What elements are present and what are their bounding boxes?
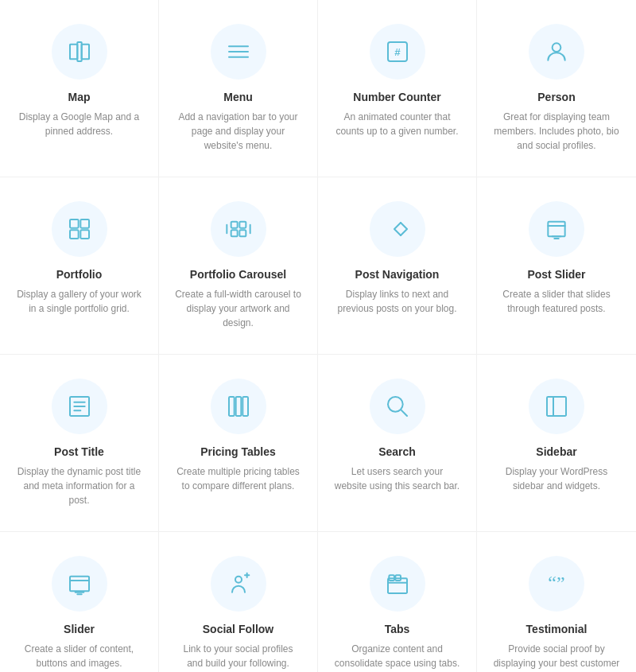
item-title: Number Counter	[353, 91, 440, 103]
post-title-icon	[52, 379, 107, 434]
social-follow-icon	[211, 556, 266, 612]
item-title: Pricing Tables	[200, 445, 276, 458]
svg-rect-15	[231, 230, 237, 236]
slider-icon	[52, 556, 107, 612]
item-title: Slider	[64, 623, 95, 635]
item-title: Testimonial	[526, 623, 588, 635]
svg-rect-14	[239, 222, 246, 228]
item-desc: An animated counter that counts up to a …	[334, 110, 460, 138]
widget-item-testimonial[interactable]: “” Testimonial Provide social proof by d…	[477, 532, 636, 672]
pricing-tables-icon	[211, 379, 266, 434]
item-desc: Organize content and consolidate space u…	[334, 642, 460, 670]
menu-icon	[211, 24, 266, 80]
item-title: Social Follow	[203, 623, 273, 635]
item-desc: Display a gallery of your work in a sing…	[16, 287, 142, 316]
svg-rect-16	[239, 230, 246, 236]
widget-item-portfolio[interactable]: Portfolio Display a gallery of your work…	[0, 177, 159, 355]
svg-rect-29	[242, 397, 248, 416]
item-desc: Display links to next and previous posts…	[334, 287, 460, 316]
item-desc: Let users search your website using this…	[334, 464, 460, 493]
widget-grid: Map Display a Google Map and a pinned ad…	[0, 0, 636, 672]
widget-item-number-counter[interactable]: # Number Counter An animated counter tha…	[318, 0, 477, 177]
svg-rect-0	[70, 45, 77, 60]
post-slider-icon	[529, 201, 584, 257]
testimonial-icon: “”	[529, 556, 584, 612]
item-desc: Display the dynamic post title and meta …	[16, 464, 142, 507]
item-title: Search	[378, 445, 416, 458]
svg-rect-11	[70, 230, 79, 239]
item-desc: Great for displaying team members. Inclu…	[493, 110, 620, 153]
item-desc: Create multiple pricing tables to compar…	[175, 464, 301, 493]
item-title: Post Title	[54, 445, 104, 458]
item-desc: Display your WordPress sidebar and widge…	[493, 464, 620, 493]
item-title: Portfolio Carousel	[190, 268, 286, 281]
svg-rect-19	[548, 222, 564, 237]
widget-item-slider[interactable]: Slider Create a slider of content, butto…	[0, 532, 159, 672]
svg-point-8	[553, 43, 561, 52]
svg-point-30	[388, 397, 403, 412]
svg-rect-12	[80, 230, 89, 239]
widget-item-menu[interactable]: Menu Add a navigation bar to your page a…	[159, 0, 318, 177]
item-desc: Create a slider of content, buttons and …	[16, 642, 142, 670]
svg-rect-2	[81, 45, 88, 60]
item-desc: Create a full-width carousel to display …	[175, 287, 301, 330]
widget-item-tabs[interactable]: Tabs Organize content and consolidate sp…	[318, 532, 477, 672]
svg-rect-32	[547, 397, 566, 416]
widget-item-post-title[interactable]: Post Title Display the dynamic post titl…	[0, 355, 159, 532]
portfolio-icon	[52, 201, 107, 257]
widget-item-social-follow[interactable]: Social Follow Link to your social profil…	[159, 532, 318, 672]
item-desc: Create a slider that slides through feat…	[493, 287, 620, 316]
widget-item-portfolio-carousel[interactable]: Portfolio Carousel Create a full-width c…	[159, 177, 318, 355]
item-title: Menu	[223, 91, 253, 103]
item-title: Post Slider	[527, 268, 585, 281]
map-icon	[52, 24, 107, 80]
widget-item-map[interactable]: Map Display a Google Map and a pinned ad…	[0, 0, 159, 177]
item-title: Person	[537, 91, 575, 103]
widget-item-person[interactable]: Person Great for displaying team members…	[477, 0, 636, 177]
sidebar-icon	[529, 379, 584, 434]
number-counter-icon: #	[370, 24, 425, 80]
widget-item-post-navigation[interactable]: Post Navigation Display links to next an…	[318, 177, 477, 355]
svg-line-31	[401, 410, 406, 416]
svg-rect-13	[231, 222, 237, 228]
item-title: Sidebar	[536, 445, 576, 458]
portfolio-carousel-icon	[211, 201, 266, 257]
item-title: Portfolio	[56, 268, 103, 281]
widget-item-pricing-tables[interactable]: Pricing Tables Create multiple pricing t…	[159, 355, 318, 532]
svg-text:“”: “”	[548, 573, 564, 593]
widget-item-post-slider[interactable]: Post Slider Create a slider that slides …	[477, 177, 636, 355]
svg-rect-9	[70, 219, 79, 228]
svg-rect-34	[70, 577, 89, 592]
item-title: Post Navigation	[355, 268, 440, 281]
item-desc: Add a navigation bar to your page and di…	[175, 110, 301, 153]
svg-rect-10	[80, 219, 89, 228]
widget-item-sidebar[interactable]: Sidebar Display your WordPress sidebar a…	[477, 355, 636, 532]
item-desc: Display a Google Map and a pinned addres…	[16, 110, 142, 138]
svg-text:#: #	[394, 46, 401, 58]
post-navigation-icon	[370, 201, 425, 257]
item-desc: Link to your social profiles and build y…	[175, 642, 301, 670]
svg-rect-28	[235, 397, 241, 416]
search-icon	[370, 379, 425, 434]
item-title: Tabs	[385, 623, 410, 635]
item-desc: Provide social proof by displaying your …	[493, 642, 620, 672]
svg-rect-27	[229, 397, 235, 416]
person-icon	[529, 24, 584, 80]
widget-item-search[interactable]: Search Let users search your website usi…	[318, 355, 477, 532]
svg-point-38	[235, 577, 242, 583]
item-title: Map	[68, 91, 91, 103]
tabs-icon	[370, 556, 425, 612]
